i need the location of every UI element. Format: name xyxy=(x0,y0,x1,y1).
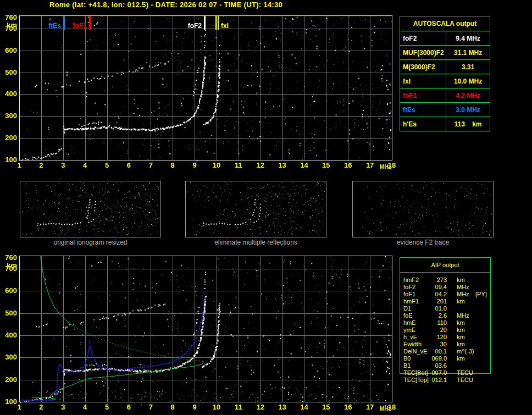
aip-row-hmF2: hmF2273km xyxy=(400,276,490,284)
param-label: MUF(3000)F2 xyxy=(400,46,446,59)
param-value: 120 xyxy=(415,334,447,340)
aip-row-hmE: hmE110km xyxy=(400,319,490,327)
aip-row-DelN_vE: DelN_vE00.1m^(-3) xyxy=(400,348,490,355)
param-label: h'Es xyxy=(400,117,446,131)
param-label: B0 xyxy=(403,355,411,362)
param-label: foE xyxy=(403,312,413,319)
thumbnail-original-ionogram: original ionogram resized xyxy=(20,181,161,237)
param-unit: km xyxy=(457,334,465,340)
aip-row-B0: B0069.0km xyxy=(400,355,490,362)
param-label: ftEs xyxy=(400,103,446,117)
param-unit: km xyxy=(457,298,465,305)
autoscala-output-table: AUTOSCALA output foF29.4 MHzMUF(3000)F23… xyxy=(400,16,490,131)
aip-row-ymE: ymE20km xyxy=(400,327,490,334)
param-value: 01.0 xyxy=(415,305,447,312)
aip-row-foF2: foF209.4MHz xyxy=(400,284,490,291)
aip-row-D1: D101.0 xyxy=(400,305,490,312)
aip-header-divider xyxy=(400,272,490,273)
param-label: hmE xyxy=(403,319,416,326)
page-title: Rome (lat: +41.8, lon: 012.5) - DATE: 20… xyxy=(49,1,282,9)
thumbnail-caption: evidence F2 trace xyxy=(352,239,494,246)
param-value: 273 xyxy=(415,276,447,283)
param-unit: km xyxy=(457,276,465,283)
aip-row-foF1: foF104.2MHz[PY] xyxy=(400,291,490,298)
param-label: B1 xyxy=(403,362,411,369)
param-unit: MHz xyxy=(457,312,469,319)
param-value: 09.4 xyxy=(415,284,447,290)
param-value: 069.0 xyxy=(415,355,447,362)
param-value: 4.2 MHz xyxy=(446,88,490,102)
param-label: ymE xyxy=(403,327,415,333)
param-unit: km xyxy=(457,327,465,333)
autoscala-row-foF2: foF29.4 MHz xyxy=(400,31,490,45)
thumbnail-eliminate-reflections: eliminate multiple reflections xyxy=(185,181,326,237)
param-unit: MHz xyxy=(457,291,469,297)
param-value: 00.1 xyxy=(415,348,447,355)
aip-row-h_vE: h_vE120km xyxy=(400,334,490,341)
param-unit: km xyxy=(457,355,465,362)
param-value: 31.1 MHz xyxy=(446,46,490,59)
autoscala-table-header: AUTOSCALA output xyxy=(400,16,490,31)
param-value: 113 km xyxy=(446,117,490,131)
param-value: 30 xyxy=(415,341,447,347)
aip-row-B1: B103.6 xyxy=(400,362,490,369)
param-value: 03.6 xyxy=(415,362,447,369)
param-value: 012.1 xyxy=(415,377,447,383)
aip-row-foE: foE2.6MHz xyxy=(400,312,490,319)
thumbnail-evidence-f2-trace: evidence F2 trace xyxy=(352,181,494,237)
param-value: 110 xyxy=(415,319,447,326)
thumbnail-original-ionogram-canvas xyxy=(20,181,161,237)
param-unit: km xyxy=(457,319,465,326)
autoscala-table-rows: foF29.4 MHzMUF(3000)F231.1 MHzM(3000)F23… xyxy=(400,31,490,131)
aip-table-rows: hmF2273kmfoF209.4MHzfoF104.2MHz[PY]hmF12… xyxy=(400,276,490,384)
param-value: 04.2 xyxy=(415,291,447,297)
aip-output-table: AIP output hmF2273kmfoF209.4MHzfoF104.2M… xyxy=(400,257,491,374)
param-value: 10.0 MHz xyxy=(446,74,490,88)
thumbnail-caption: eliminate multiple reflections xyxy=(185,239,326,246)
aip-row-Ewidth: Ewidth30km xyxy=(400,341,490,348)
param-value: 9.4 MHz xyxy=(446,31,490,45)
param-label: foF1 xyxy=(403,291,415,297)
autoscala-row-h'Es: h'Es113 km xyxy=(400,117,490,131)
top-ionogram-plot xyxy=(0,9,398,174)
param-label: M(3000)F2 xyxy=(400,60,446,74)
param-label: fxI xyxy=(400,74,446,88)
autoscala-app-window: Rome (lat: +41.8, lon: 012.5) - DATE: 20… xyxy=(0,0,532,415)
param-value: 20 xyxy=(415,327,447,333)
autoscala-row-MUF(3000)F2: MUF(3000)F231.1 MHz xyxy=(400,45,490,59)
param-value: 3.0 MHz xyxy=(446,103,490,117)
param-value: 007.0 xyxy=(415,369,447,376)
thumbnail-caption: original ionogram resized xyxy=(20,239,161,246)
bottom-profile-plot xyxy=(0,248,398,415)
autoscala-row-ftEs: ftEs3.0 MHz xyxy=(400,102,490,117)
thumbnail-evidence-f2-trace-canvas xyxy=(352,181,494,237)
param-value: 201 xyxy=(415,298,447,305)
param-unit: km xyxy=(457,341,465,347)
param-unit: TECU xyxy=(457,369,473,376)
param-value: 2.6 xyxy=(415,312,447,319)
param-label: foF2 xyxy=(403,284,415,290)
autoscala-row-M(3000)F2: M(3000)F23.31 xyxy=(400,59,490,74)
param-label: foF2 xyxy=(400,31,446,45)
thumbnail-eliminate-reflections-canvas xyxy=(185,181,326,237)
aip-row-TEC[Bot]: TEC[Bot]007.0TECU xyxy=(400,369,490,377)
param-value: 3.31 xyxy=(446,60,490,74)
param-unit: m^(-3) xyxy=(457,348,474,355)
param-unit: MHz xyxy=(457,284,469,290)
param-label: foF1 xyxy=(400,88,446,102)
autoscala-row-foF1: foF14.2 MHz xyxy=(400,88,490,102)
aip-row-hmF1: hmF1201km xyxy=(400,298,490,305)
param-extra: [PY] xyxy=(475,291,487,297)
param-label: D1 xyxy=(403,305,411,312)
aip-row-TEC[Top]: TEC[Top]012.1TECU xyxy=(400,377,490,384)
autoscala-row-fxI: fxI10.0 MHz xyxy=(400,74,490,88)
aip-table-header: AIP output xyxy=(400,258,490,272)
param-unit: TECU xyxy=(457,377,473,383)
